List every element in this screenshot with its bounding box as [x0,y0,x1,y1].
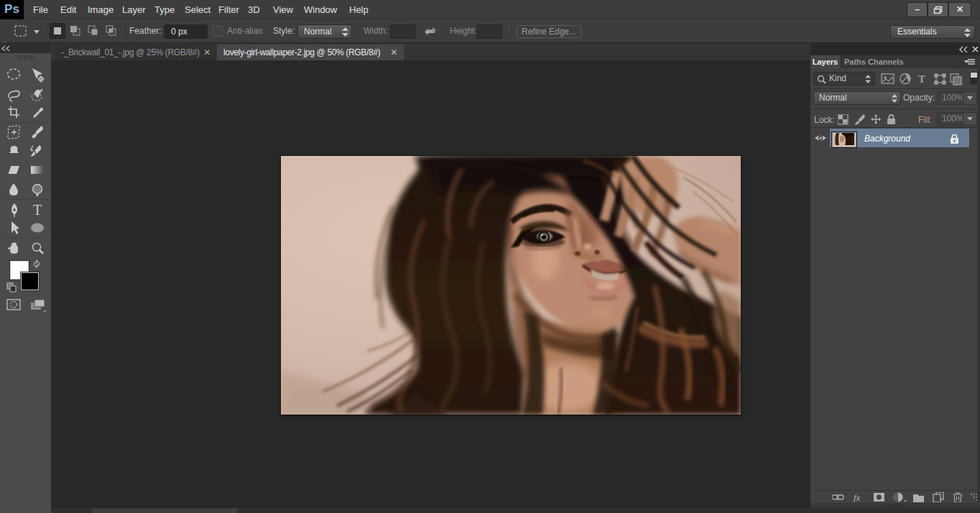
svg-text:T: T [33,202,42,218]
svg-text:fx: fx [854,492,861,502]
svg-text:T: T [918,73,925,85]
